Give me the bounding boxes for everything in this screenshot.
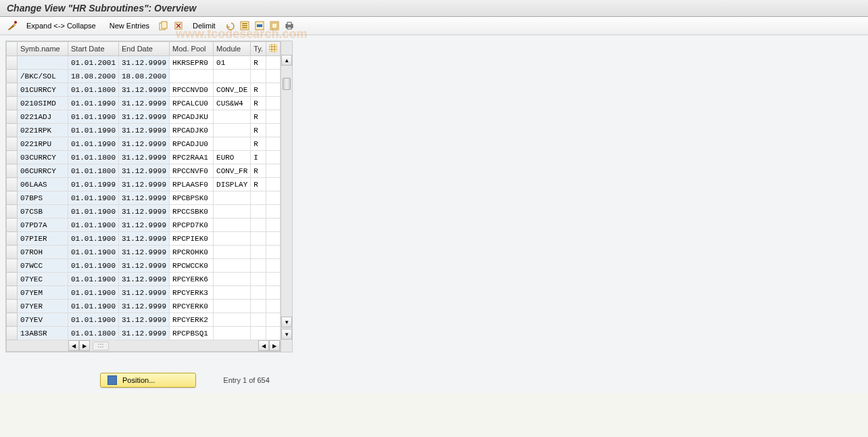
scroll-thumb[interactable] [283, 78, 291, 90]
cell-modpool[interactable] [170, 70, 214, 83]
cell-modpool[interactable]: RPCROHK0 [170, 246, 214, 259]
cell-start[interactable]: 18.08.2000 [68, 70, 119, 83]
cell-symb[interactable]: 0221RPK [18, 124, 68, 137]
cell-end[interactable]: 31.12.9999 [119, 83, 170, 97]
row-selector[interactable] [7, 218, 18, 232]
cell-end[interactable]: 31.12.9999 [119, 313, 170, 327]
cell-end[interactable]: 31.12.9999 [119, 246, 170, 259]
cell-ty[interactable] [251, 205, 266, 218]
col-header-symb[interactable]: Symb.name [18, 42, 68, 56]
cell-symb[interactable]: 07BPS [18, 191, 68, 205]
cell-start[interactable]: 01.01.1900 [68, 218, 119, 232]
cell-modpool[interactable]: RPCADJU0 [170, 137, 214, 151]
cell-end[interactable]: 31.12.9999 [119, 178, 170, 191]
table-row[interactable]: 03CURRCY01.01.180031.12.9999RPC2RAA1EURO… [7, 151, 281, 164]
cell-start[interactable]: 01.01.1900 [68, 313, 119, 327]
cell-symb[interactable]: 03CURRCY [18, 151, 68, 164]
col-header-start[interactable]: Start Date [68, 42, 119, 56]
row-selector[interactable] [7, 191, 18, 205]
cell-start[interactable]: 01.01.1900 [68, 191, 119, 205]
cell-module[interactable] [214, 259, 251, 273]
cell-end[interactable]: 31.12.9999 [119, 259, 170, 273]
cell-symb[interactable]: 07PIER [18, 232, 68, 246]
cell-modpool[interactable]: RPCALCU0 [170, 97, 214, 110]
cell-modpool[interactable]: RPCBPSK0 [170, 191, 214, 205]
row-selector[interactable] [7, 164, 18, 178]
table-row[interactable]: 07ROH01.01.190031.12.9999RPCROHK0 [7, 246, 281, 259]
row-selector[interactable] [7, 83, 18, 97]
col-header-module[interactable]: Module [214, 42, 251, 56]
row-selector[interactable] [7, 327, 18, 340]
cell-module[interactable] [214, 218, 251, 232]
cell-end[interactable]: 31.12.9999 [119, 137, 170, 151]
cell-ty[interactable] [251, 327, 266, 340]
new-entries-button[interactable]: New Entries [105, 20, 154, 32]
cell-start[interactable]: 01.01.1800 [68, 164, 119, 178]
cell-start[interactable]: 01.01.1800 [68, 83, 119, 97]
scroll-left-button[interactable]: ◀ [68, 340, 79, 351]
row-selector[interactable] [7, 205, 18, 218]
cell-module[interactable]: 01 [214, 56, 251, 70]
row-selector[interactable] [7, 137, 18, 151]
cell-symb[interactable]: 01CURRCY [18, 83, 68, 97]
cell-ty[interactable] [251, 70, 266, 83]
cell-module[interactable] [214, 137, 251, 151]
cell-modpool[interactable]: RPCPIEK0 [170, 232, 214, 246]
table-row[interactable]: 01.01.200131.12.9999HKRSEPR001R [7, 56, 281, 70]
table-row[interactable]: 07BPS01.01.190031.12.9999RPCBPSK0 [7, 191, 281, 205]
cell-end[interactable]: 31.12.9999 [119, 164, 170, 178]
cell-symb[interactable]: 07YEC [18, 273, 68, 286]
cell-start[interactable]: 01.01.1990 [68, 110, 119, 124]
row-selector[interactable] [7, 56, 18, 70]
row-selector[interactable] [7, 110, 18, 124]
cell-ty[interactable]: R [251, 124, 266, 137]
table-row[interactable]: 0221RPK01.01.199031.12.9999RPCADJK0R [7, 124, 281, 137]
cell-end[interactable]: 31.12.9999 [119, 232, 170, 246]
cell-modpool[interactable]: RPCYERK3 [170, 286, 214, 300]
row-selector[interactable] [7, 97, 18, 110]
row-selector[interactable] [7, 273, 18, 286]
cell-end[interactable]: 31.12.9999 [119, 151, 170, 164]
cell-end[interactable]: 31.12.9999 [119, 110, 170, 124]
cell-end[interactable]: 31.12.9999 [119, 191, 170, 205]
delete-icon[interactable] [173, 20, 184, 31]
row-selector[interactable] [7, 232, 18, 246]
cell-symb[interactable]: 07ROH [18, 246, 68, 259]
column-resize-handle[interactable] [93, 342, 109, 350]
select-block-icon[interactable] [254, 20, 265, 31]
table-row[interactable]: 07PD7A01.01.190031.12.9999RPCPD7K0 [7, 218, 281, 232]
cell-modpool[interactable]: RPCYERK6 [170, 273, 214, 286]
cell-module[interactable] [214, 205, 251, 218]
select-all-header[interactable] [7, 42, 18, 56]
cell-symb[interactable]: 06LAAS [18, 178, 68, 191]
cell-ty[interactable] [251, 232, 266, 246]
table-row[interactable]: /BKC/SOL18.08.200018.08.2000 [7, 70, 281, 83]
cell-symb[interactable]: 07YEV [18, 313, 68, 327]
cell-module[interactable]: CUS&W4 [214, 97, 251, 110]
cell-ty[interactable]: R [251, 56, 266, 70]
row-selector[interactable] [7, 313, 18, 327]
cell-symb[interactable] [18, 56, 68, 70]
cell-ty[interactable] [251, 246, 266, 259]
scroll-right-button[interactable]: ▶ [79, 340, 90, 351]
cell-modpool[interactable]: RPCYERK2 [170, 313, 214, 327]
cell-end[interactable]: 31.12.9999 [119, 97, 170, 110]
cell-start[interactable]: 01.01.1900 [68, 259, 119, 273]
cell-modpool[interactable]: RPCADJKU [170, 110, 214, 124]
cell-ty[interactable] [251, 286, 266, 300]
cell-start[interactable]: 01.01.1990 [68, 137, 119, 151]
cell-ty[interactable] [251, 191, 266, 205]
table-row[interactable]: 07WCC01.01.190031.12.9999RPCWCCK0 [7, 259, 281, 273]
cell-end[interactable]: 31.12.9999 [119, 286, 170, 300]
row-selector[interactable] [7, 151, 18, 164]
print-icon[interactable] [284, 20, 295, 31]
col-header-modpool[interactable]: Mod. Pool [170, 42, 214, 56]
cell-modpool[interactable]: RPC2RAA1 [170, 151, 214, 164]
table-row[interactable]: 07PIER01.01.190031.12.9999RPCPIEK0 [7, 232, 281, 246]
expand-collapse-button[interactable]: Expand <-> Collapse [22, 20, 101, 32]
select-all-icon[interactable] [239, 20, 250, 31]
cell-start[interactable]: 01.01.1900 [68, 246, 119, 259]
scroll-up-button[interactable]: ▲ [281, 55, 292, 66]
row-selector[interactable] [7, 124, 18, 137]
table-row[interactable]: 0221ADJ01.01.199031.12.9999RPCADJKUR [7, 110, 281, 124]
